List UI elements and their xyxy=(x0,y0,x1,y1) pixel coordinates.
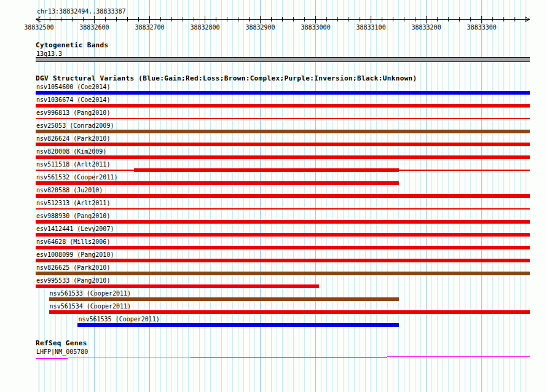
axis-tick-label: 38833100 xyxy=(356,24,386,31)
variant-bar[interactable] xyxy=(36,118,530,119)
variant-bar[interactable] xyxy=(36,104,530,108)
variant-label[interactable]: nsv1036674 (Coe2014) xyxy=(36,96,110,104)
variant-label[interactable]: nsv64628 (Mills2006) xyxy=(36,238,110,246)
axis-tick-label: 38833200 xyxy=(412,24,441,31)
variant-label[interactable]: esv995533 (Pang2010) xyxy=(36,276,110,284)
axis-tick-label: 38832600 xyxy=(79,24,109,31)
variant-bar[interactable] xyxy=(36,233,530,237)
gene-intron-line[interactable] xyxy=(68,358,129,358)
variant-row: nsv1036674 (Coe2014) xyxy=(0,96,547,109)
axis-tick-label: 38832500 xyxy=(24,24,53,31)
variant-label[interactable]: nsv561532 (Cooper2011) xyxy=(36,173,117,181)
variant-label[interactable]: esv1008099 (Pang2010) xyxy=(36,251,114,259)
gene-intron-line[interactable] xyxy=(264,357,387,358)
variant-label[interactable]: nsv561534 (Cooper2011) xyxy=(50,302,131,310)
axis-tick-label: 38832900 xyxy=(245,24,275,31)
variant-label[interactable]: nsv512313 (Arlt2011) xyxy=(36,199,110,207)
variant-row: nsv561535 (Cooper2011) xyxy=(0,315,547,328)
variant-row: nsv64628 (Mills2006) xyxy=(0,238,547,251)
gene-intron-line[interactable] xyxy=(36,358,68,359)
gene-label[interactable]: LHFP|NM_005780 xyxy=(36,348,88,356)
axis-tick-label: 38832800 xyxy=(190,24,219,31)
variant-bar[interactable] xyxy=(77,323,398,327)
variant-row: nsv511518 (Arlt2011) xyxy=(0,160,547,173)
variant-row: nsv820008 (Kim2009) xyxy=(0,147,547,160)
variant-bar[interactable] xyxy=(36,194,530,198)
variant-label[interactable]: nsv826625 (Park2010) xyxy=(36,264,110,272)
variant-row: nsv826624 (Park2010) xyxy=(0,135,547,147)
axis-tick-label: 38833300 xyxy=(467,24,497,31)
refseq-heading: RefSeq Genes xyxy=(36,339,87,347)
variant-row: nsv1054600 (Coe2014) xyxy=(0,83,547,96)
gene-intron-line[interactable] xyxy=(387,356,479,357)
variant-bar[interactable] xyxy=(36,259,530,262)
variant-bar[interactable] xyxy=(36,130,530,133)
variant-bar[interactable] xyxy=(36,284,319,288)
variant-bar[interactable] xyxy=(49,297,399,301)
variant-label[interactable]: esv996813 (Pang2010) xyxy=(36,109,110,117)
variant-bar[interactable] xyxy=(36,181,399,185)
variant-label[interactable]: esv988930 (Pang2010) xyxy=(36,212,110,220)
genome-browser-view: 3883250038832600388327003883280038832900… xyxy=(0,0,547,392)
cytoband-bar[interactable] xyxy=(36,57,530,62)
variant-bar[interactable] xyxy=(36,220,530,224)
variant-label[interactable]: esv1412441 (Levy2007) xyxy=(36,225,114,233)
variant-label[interactable]: nsv826624 (Park2010) xyxy=(36,135,110,143)
cytobands-heading: Cytogenetic Bands xyxy=(36,41,109,49)
variant-bar[interactable] xyxy=(36,170,134,171)
variant-bar[interactable] xyxy=(399,170,530,171)
variant-bar[interactable] xyxy=(36,155,530,159)
variant-label[interactable]: nsv820008 (Kim2009) xyxy=(36,147,106,155)
variant-row: esv1412441 (Levy2007) xyxy=(0,225,547,238)
variant-label[interactable]: esv25053 (Conrad2009) xyxy=(36,122,114,130)
variant-label[interactable]: nsv820588 (Ju2010) xyxy=(36,186,103,194)
gene-intron-line[interactable] xyxy=(191,357,264,358)
variant-bar[interactable] xyxy=(49,310,530,314)
variant-label[interactable]: nsv561535 (Cooper2011) xyxy=(78,315,159,323)
variant-row: esv1008099 (Pang2010) xyxy=(0,251,547,264)
region-title: chr13:38832494..38833387 xyxy=(37,7,126,15)
variant-label[interactable]: nsv561533 (Cooper2011) xyxy=(50,289,131,297)
variant-row: esv996813 (Pang2010) xyxy=(0,109,547,122)
variant-row: esv25053 (Conrad2009) xyxy=(0,122,547,135)
variant-row: nsv512313 (Arlt2011) xyxy=(0,199,547,212)
variant-row: nsv561533 (Cooper2011) xyxy=(0,289,547,302)
variant-row: esv988930 (Pang2010) xyxy=(0,212,547,225)
variant-row: esv995533 (Pang2010) xyxy=(0,276,547,289)
gene-intron-line[interactable] xyxy=(479,356,530,357)
dgv-heading: DGV Structural Variants (Blue:Gain;Red:L… xyxy=(36,74,417,82)
variant-bar[interactable] xyxy=(36,246,530,249)
variant-label[interactable]: nsv511518 (Arlt2011) xyxy=(36,160,110,168)
axis-tick-label: 38832700 xyxy=(135,24,164,31)
variant-bar[interactable] xyxy=(36,208,530,210)
variant-bar[interactable] xyxy=(36,272,530,275)
variant-bar[interactable] xyxy=(36,91,530,95)
variant-row: nsv561534 (Cooper2011) xyxy=(0,302,547,315)
variant-bar[interactable] xyxy=(134,168,398,172)
axis-tick-label: 38833000 xyxy=(301,24,331,31)
variant-row: nsv820588 (Ju2010) xyxy=(0,186,547,199)
variant-row: nsv561532 (Cooper2011) xyxy=(0,173,547,186)
gene-intron-line[interactable] xyxy=(129,358,191,358)
variant-bar[interactable] xyxy=(36,143,530,146)
variant-row: nsv826625 (Park2010) xyxy=(0,264,547,276)
variant-label[interactable]: nsv1054600 (Coe2014) xyxy=(36,83,110,91)
